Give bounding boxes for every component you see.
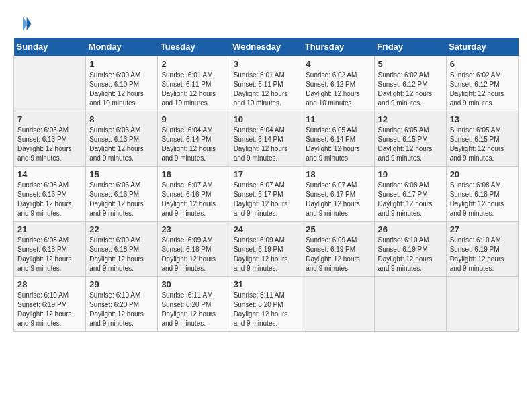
day-info: Sunrise: 6:11 AMSunset: 6:20 PMDaylight:… xyxy=(161,291,226,328)
weekday-header-row: SundayMondayTuesdayWednesdayThursdayFrid… xyxy=(14,38,519,56)
calendar-cell: 25Sunrise: 6:09 AMSunset: 6:19 PMDayligh… xyxy=(302,222,374,277)
calendar-cell: 27Sunrise: 6:10 AMSunset: 6:19 PMDayligh… xyxy=(446,222,518,277)
day-info: Sunrise: 6:10 AMSunset: 6:19 PMDaylight:… xyxy=(17,291,82,328)
day-info: Sunrise: 6:09 AMSunset: 6:18 PMDaylight:… xyxy=(89,236,154,273)
day-info: Sunrise: 6:08 AMSunset: 6:18 PMDaylight:… xyxy=(450,181,515,218)
calendar-cell: 28Sunrise: 6:10 AMSunset: 6:19 PMDayligh… xyxy=(14,277,86,332)
calendar-cell: 18Sunrise: 6:07 AMSunset: 6:17 PMDayligh… xyxy=(302,167,374,222)
calendar-cell: 17Sunrise: 6:07 AMSunset: 6:17 PMDayligh… xyxy=(230,167,302,222)
calendar-cell: 21Sunrise: 6:08 AMSunset: 6:18 PMDayligh… xyxy=(14,222,86,277)
calendar-cell: 15Sunrise: 6:06 AMSunset: 6:16 PMDayligh… xyxy=(86,167,158,222)
day-info: Sunrise: 6:03 AMSunset: 6:13 PMDaylight:… xyxy=(17,126,82,163)
day-number: 5 xyxy=(378,59,443,69)
week-row-2: 7Sunrise: 6:03 AMSunset: 6:13 PMDaylight… xyxy=(14,111,519,167)
day-info: Sunrise: 6:02 AMSunset: 6:12 PMDaylight:… xyxy=(306,71,370,108)
calendar-cell: 29Sunrise: 6:10 AMSunset: 6:20 PMDayligh… xyxy=(86,277,158,332)
calendar-table: SundayMondayTuesdayWednesdayThursdayFrid… xyxy=(13,38,519,332)
day-info: Sunrise: 6:09 AMSunset: 6:19 PMDaylight:… xyxy=(306,236,370,273)
week-row-1: 1Sunrise: 6:00 AMSunset: 6:10 PMDaylight… xyxy=(14,56,519,111)
calendar-cell: 16Sunrise: 6:07 AMSunset: 6:16 PMDayligh… xyxy=(158,167,230,222)
calendar-cell: 14Sunrise: 6:06 AMSunset: 6:16 PMDayligh… xyxy=(14,167,86,222)
calendar-cell: 5Sunrise: 6:02 AMSunset: 6:12 PMDaylight… xyxy=(374,56,446,111)
day-info: Sunrise: 6:04 AMSunset: 6:14 PMDaylight:… xyxy=(161,126,226,163)
day-number: 12 xyxy=(378,114,443,124)
day-number: 31 xyxy=(234,279,299,289)
weekday-header-friday: Friday xyxy=(374,38,446,56)
calendar-cell: 24Sunrise: 6:09 AMSunset: 6:19 PMDayligh… xyxy=(230,222,302,277)
day-number: 20 xyxy=(450,169,515,179)
calendar-cell: 20Sunrise: 6:08 AMSunset: 6:18 PMDayligh… xyxy=(446,167,518,222)
calendar-cell: 1Sunrise: 6:00 AMSunset: 6:10 PMDaylight… xyxy=(86,56,158,111)
calendar-cell: 8Sunrise: 6:03 AMSunset: 6:13 PMDaylight… xyxy=(86,111,158,167)
day-info: Sunrise: 6:06 AMSunset: 6:16 PMDaylight:… xyxy=(17,181,82,218)
weekday-header-saturday: Saturday xyxy=(446,38,518,56)
calendar-cell: 11Sunrise: 6:05 AMSunset: 6:14 PMDayligh… xyxy=(302,111,374,167)
day-number: 30 xyxy=(161,279,226,289)
week-row-3: 14Sunrise: 6:06 AMSunset: 6:16 PMDayligh… xyxy=(14,167,519,222)
day-info: Sunrise: 6:05 AMSunset: 6:14 PMDaylight:… xyxy=(306,126,370,163)
day-info: Sunrise: 6:07 AMSunset: 6:16 PMDaylight:… xyxy=(161,181,226,218)
day-info: Sunrise: 6:10 AMSunset: 6:19 PMDaylight:… xyxy=(450,236,515,273)
calendar-cell: 3Sunrise: 6:01 AMSunset: 6:11 PMDaylight… xyxy=(230,56,302,111)
day-number: 2 xyxy=(161,59,226,69)
weekday-header-thursday: Thursday xyxy=(302,38,374,56)
logo-icon xyxy=(13,13,32,32)
day-info: Sunrise: 6:10 AMSunset: 6:20 PMDaylight:… xyxy=(89,291,154,328)
day-number: 10 xyxy=(234,114,299,124)
day-number: 22 xyxy=(89,224,154,234)
day-info: Sunrise: 6:06 AMSunset: 6:16 PMDaylight:… xyxy=(89,181,154,218)
calendar-cell: 23Sunrise: 6:09 AMSunset: 6:18 PMDayligh… xyxy=(158,222,230,277)
day-info: Sunrise: 6:03 AMSunset: 6:13 PMDaylight:… xyxy=(89,126,154,163)
day-info: Sunrise: 6:10 AMSunset: 6:19 PMDaylight:… xyxy=(378,236,443,273)
day-number: 29 xyxy=(89,279,154,289)
day-number: 23 xyxy=(161,224,226,234)
day-number: 3 xyxy=(234,59,299,69)
week-row-4: 21Sunrise: 6:08 AMSunset: 6:18 PMDayligh… xyxy=(14,222,519,277)
day-info: Sunrise: 6:01 AMSunset: 6:11 PMDaylight:… xyxy=(161,71,226,108)
day-number: 25 xyxy=(306,224,370,234)
day-number: 15 xyxy=(89,169,154,179)
weekday-header-sunday: Sunday xyxy=(14,38,86,56)
day-info: Sunrise: 6:07 AMSunset: 6:17 PMDaylight:… xyxy=(306,181,370,218)
calendar-cell: 12Sunrise: 6:05 AMSunset: 6:15 PMDayligh… xyxy=(374,111,446,167)
day-info: Sunrise: 6:11 AMSunset: 6:20 PMDaylight:… xyxy=(234,291,299,328)
weekday-header-wednesday: Wednesday xyxy=(230,38,302,56)
day-number: 1 xyxy=(89,59,154,69)
week-row-5: 28Sunrise: 6:10 AMSunset: 6:19 PMDayligh… xyxy=(14,277,519,332)
calendar-cell xyxy=(14,56,86,111)
calendar-cell: 19Sunrise: 6:08 AMSunset: 6:17 PMDayligh… xyxy=(374,167,446,222)
day-info: Sunrise: 6:08 AMSunset: 6:17 PMDaylight:… xyxy=(378,181,443,218)
day-number: 11 xyxy=(306,114,370,124)
day-number: 6 xyxy=(450,59,515,69)
calendar-cell: 22Sunrise: 6:09 AMSunset: 6:18 PMDayligh… xyxy=(86,222,158,277)
day-number: 19 xyxy=(378,169,443,179)
calendar-cell: 4Sunrise: 6:02 AMSunset: 6:12 PMDaylight… xyxy=(302,56,374,111)
logo xyxy=(13,13,35,32)
calendar-cell xyxy=(302,277,374,332)
day-number: 27 xyxy=(450,224,515,234)
day-info: Sunrise: 6:00 AMSunset: 6:10 PMDaylight:… xyxy=(89,71,154,108)
calendar-cell xyxy=(446,277,518,332)
day-info: Sunrise: 6:08 AMSunset: 6:18 PMDaylight:… xyxy=(17,236,82,273)
day-number: 13 xyxy=(450,114,515,124)
day-info: Sunrise: 6:05 AMSunset: 6:15 PMDaylight:… xyxy=(450,126,515,163)
calendar-cell: 6Sunrise: 6:02 AMSunset: 6:12 PMDaylight… xyxy=(446,56,518,111)
day-info: Sunrise: 6:01 AMSunset: 6:11 PMDaylight:… xyxy=(234,71,299,108)
day-number: 9 xyxy=(161,114,226,124)
calendar-cell: 10Sunrise: 6:04 AMSunset: 6:14 PMDayligh… xyxy=(230,111,302,167)
day-info: Sunrise: 6:04 AMSunset: 6:14 PMDaylight:… xyxy=(234,126,299,163)
day-number: 28 xyxy=(17,279,82,289)
day-number: 8 xyxy=(89,114,154,124)
calendar-cell: 7Sunrise: 6:03 AMSunset: 6:13 PMDaylight… xyxy=(14,111,86,167)
day-info: Sunrise: 6:02 AMSunset: 6:12 PMDaylight:… xyxy=(450,71,515,108)
page-header xyxy=(13,13,519,32)
day-number: 7 xyxy=(17,114,82,124)
day-info: Sunrise: 6:07 AMSunset: 6:17 PMDaylight:… xyxy=(234,181,299,218)
day-number: 18 xyxy=(306,169,370,179)
day-info: Sunrise: 6:09 AMSunset: 6:18 PMDaylight:… xyxy=(161,236,226,273)
calendar-cell: 2Sunrise: 6:01 AMSunset: 6:11 PMDaylight… xyxy=(158,56,230,111)
day-info: Sunrise: 6:09 AMSunset: 6:19 PMDaylight:… xyxy=(234,236,299,273)
day-number: 26 xyxy=(378,224,443,234)
calendar-cell: 30Sunrise: 6:11 AMSunset: 6:20 PMDayligh… xyxy=(158,277,230,332)
day-number: 4 xyxy=(306,59,370,69)
